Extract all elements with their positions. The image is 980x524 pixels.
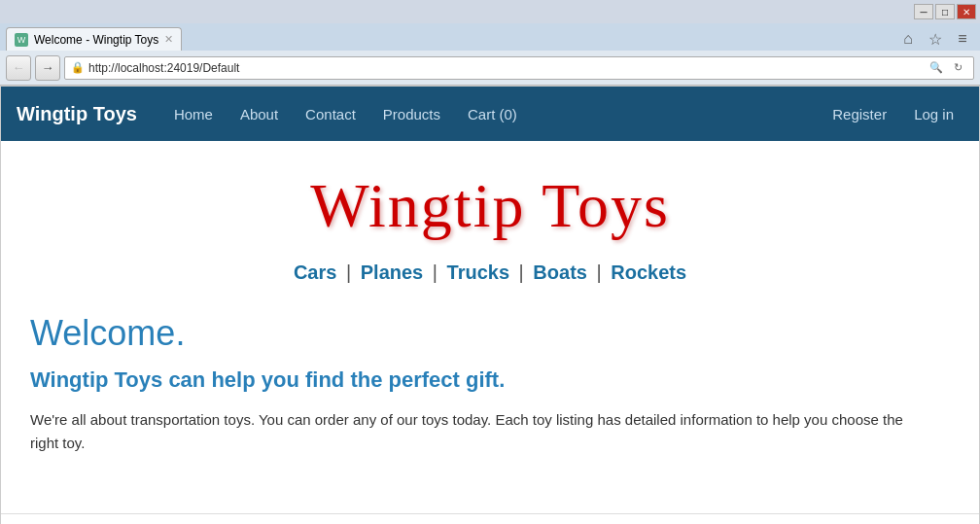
nav-contact[interactable]: Contact bbox=[292, 87, 369, 141]
title-bar: ─ □ ✕ bbox=[0, 0, 980, 23]
favorites-icon[interactable]: ☆ bbox=[924, 27, 947, 51]
tab-favicon: W bbox=[15, 33, 28, 47]
nav-home[interactable]: Home bbox=[160, 87, 227, 141]
forward-button[interactable]: → bbox=[35, 55, 60, 81]
browser-tab[interactable]: W Welcome - Wingtip Toys ✕ bbox=[6, 27, 182, 51]
category-links: Cars | Planes | Trucks | Boats | Rockets bbox=[30, 262, 950, 284]
page-content: Wingtip Toys Home About Contact Products… bbox=[0, 86, 980, 524]
category-rockets[interactable]: Rockets bbox=[611, 262, 686, 283]
nav-login[interactable]: Log in bbox=[904, 106, 963, 122]
nav-products[interactable]: Products bbox=[369, 87, 454, 141]
settings-icon[interactable]: ≡ bbox=[951, 27, 974, 51]
search-address-button[interactable]: 🔍 bbox=[927, 58, 946, 78]
navbar-brand[interactable]: Wingtip Toys bbox=[17, 103, 137, 125]
address-text: http://localhost:24019/Default bbox=[88, 61, 923, 75]
footer-divider bbox=[1, 513, 979, 514]
security-icon: 🔒 bbox=[71, 61, 85, 74]
tab-close-icon[interactable]: ✕ bbox=[164, 33, 173, 46]
tab-bar: W Welcome - Wingtip Toys ✕ ⌂ ☆ ≡ bbox=[0, 23, 980, 51]
category-planes[interactable]: Planes bbox=[361, 262, 423, 283]
refresh-button[interactable]: ↻ bbox=[948, 58, 967, 78]
sep-1: | bbox=[346, 262, 351, 283]
nav-register[interactable]: Register bbox=[822, 106, 896, 122]
navbar-links: Home About Contact Products Cart (0) bbox=[160, 87, 822, 141]
browser-toolbar: ← → 🔒 http://localhost:24019/Default 🔍 ↻ bbox=[0, 51, 980, 86]
maximize-button[interactable]: □ bbox=[935, 4, 955, 19]
navbar-right: Register Log in bbox=[822, 106, 963, 122]
site-title: Wingtip Toys bbox=[30, 170, 950, 242]
sep-2: | bbox=[433, 262, 438, 283]
description: We're all about transportation toys. You… bbox=[30, 408, 925, 455]
home-icon[interactable]: ⌂ bbox=[896, 27, 920, 51]
category-trucks[interactable]: Trucks bbox=[447, 262, 509, 283]
sep-4: | bbox=[597, 262, 602, 283]
navbar: Wingtip Toys Home About Contact Products… bbox=[1, 87, 979, 141]
sep-3: | bbox=[519, 262, 524, 283]
tab-label: Welcome - Wingtip Toys bbox=[34, 33, 158, 47]
main-content: Wingtip Toys Cars | Planes | Trucks | Bo… bbox=[1, 141, 979, 484]
category-cars[interactable]: Cars bbox=[294, 262, 336, 283]
nav-about[interactable]: About bbox=[227, 87, 292, 141]
browser-actions: ⌂ ☆ ≡ bbox=[896, 27, 974, 51]
tagline: Wingtip Toys can help you find the perfe… bbox=[30, 367, 950, 393]
address-bar[interactable]: 🔒 http://localhost:24019/Default 🔍 ↻ bbox=[64, 56, 974, 80]
category-boats[interactable]: Boats bbox=[533, 262, 587, 283]
back-button[interactable]: ← bbox=[6, 55, 31, 81]
nav-cart[interactable]: Cart (0) bbox=[454, 87, 531, 141]
welcome-heading: Welcome. bbox=[30, 313, 950, 354]
close-button[interactable]: ✕ bbox=[957, 4, 976, 19]
minimize-button[interactable]: ─ bbox=[914, 4, 933, 19]
